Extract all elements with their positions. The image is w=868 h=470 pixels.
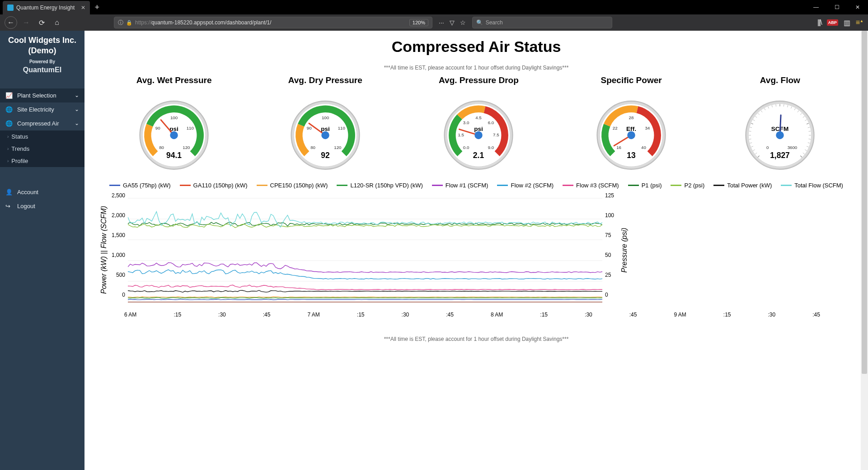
y-tick: 0 — [605, 292, 619, 298]
scrollbar[interactable] — [861, 31, 868, 470]
shield-icon[interactable]: ▽ — [450, 19, 455, 26]
sidebar-subitem-trends[interactable]: ›Trends — [0, 143, 84, 155]
timezone-note-bottom: ***All time is EST, please account for 1… — [98, 336, 854, 342]
zoom-badge[interactable]: 120% — [409, 19, 428, 26]
y-tick: 75 — [605, 232, 619, 238]
hamburger-menu-icon[interactable]: ≡▲ — [856, 19, 863, 27]
legend-item[interactable]: Flow #1 (SCFM) — [432, 182, 488, 189]
y-tick: 2,500 — [112, 192, 125, 199]
favicon-icon — [7, 5, 14, 11]
browser-tab[interactable]: Quantum Energy Insight ✕ — [3, 1, 90, 14]
x-tick: :15 — [357, 312, 365, 318]
brand-line2: (Demo) — [3, 46, 82, 56]
nav-home-button[interactable]: ⌂ — [51, 16, 63, 29]
nav-forward-button[interactable]: → — [20, 16, 33, 29]
legend-label: GA55 (75hp) (kW) — [123, 182, 170, 189]
user-icon: 👤 — [5, 189, 14, 195]
sidebar-item-label: Site Electricity — [17, 106, 54, 113]
svg-text:0.0: 0.0 — [463, 145, 469, 150]
legend-item[interactable]: P2 (psi) — [671, 182, 704, 189]
sidebar-item-compressed-air[interactable]: 🌐 Compressed Air ⌄ — [0, 116, 84, 130]
svg-point-9 — [170, 131, 178, 139]
sidebar-item-label: Logout — [17, 203, 35, 209]
gauge-avg-flow: Avg. Flow 03600 SCFM 1,827 — [744, 75, 816, 170]
gauge-avg-pressure-drop: Avg. Pressure Drop 0.01.53.04.56.07.59.0… — [439, 75, 519, 170]
url-protocol: https:// — [135, 19, 151, 26]
x-tick: :30 — [585, 312, 592, 318]
library-icon[interactable]: |||\ — [817, 19, 821, 27]
timezone-note: ***All time is EST, please account for 1… — [98, 65, 854, 71]
legend-item[interactable]: Flow #3 (SCFM) — [563, 182, 619, 189]
legend-item[interactable]: Flow #2 (SCFM) — [497, 182, 554, 189]
gauge-avg-wet-pressure: Avg. Wet Pressure 8090100110120 psi 94.1 — [136, 75, 212, 170]
legend-item[interactable]: Total Power (kW) — [713, 182, 772, 189]
svg-text:120: 120 — [334, 145, 342, 150]
sidebar-subitem-profile[interactable]: ›Profile — [0, 155, 84, 167]
chevron-right-icon: › — [7, 158, 9, 163]
site-info-icon[interactable]: ⓘ — [118, 19, 123, 27]
sidebar-toggle-icon[interactable]: ▥ — [844, 19, 850, 27]
logout-icon: ↪ — [5, 203, 14, 209]
brand-powered-by: Powered By — [3, 59, 82, 64]
trend-chart: Power (kW) || Flow (SCFM) 2,5002,0001,50… — [98, 191, 854, 309]
legend-label: P2 (psi) — [684, 182, 704, 189]
search-bar[interactable]: 🔍 Search — [472, 17, 612, 28]
url-text: quantum-185220.appspot.com/dashboard/pla… — [151, 19, 272, 26]
legend-swatch-icon — [713, 185, 724, 186]
new-tab-button[interactable]: + — [94, 3, 99, 12]
svg-text:28: 28 — [629, 115, 634, 120]
svg-text:94.1: 94.1 — [166, 151, 182, 160]
window-close-button[interactable]: ✕ — [847, 0, 868, 14]
window-minimize-button[interactable]: — — [806, 0, 826, 14]
close-tab-icon[interactable]: ✕ — [81, 5, 85, 11]
legend-label: Total Power (kW) — [727, 182, 772, 189]
svg-text:110: 110 — [187, 126, 194, 130]
x-tick: :15 — [723, 312, 731, 318]
legend-item[interactable]: P1 (psi) — [628, 182, 662, 189]
legend-item[interactable]: Total Flow (SCFM) — [781, 182, 843, 189]
svg-text:120: 120 — [183, 145, 190, 150]
sidebar-item-logout[interactable]: ↪ Logout — [0, 199, 84, 213]
svg-text:3.0: 3.0 — [463, 120, 469, 125]
nav-reload-button[interactable]: ⟳ — [35, 16, 48, 29]
legend-item[interactable]: CPE150 (150hp) (kW) — [257, 182, 328, 189]
bookmark-star-icon[interactable]: ☆ — [460, 19, 466, 26]
sidebar-subitem-status[interactable]: ›Status — [0, 130, 84, 143]
brand-block: Cool Widgets Inc. (Demo) Powered By Quan… — [0, 31, 84, 80]
page-title: Compressed Air Status — [98, 38, 854, 56]
gauge-title: Avg. Dry Pressure — [288, 75, 362, 85]
sidebar-item-site-electricity[interactable]: 🌐 Site Electricity ⌄ — [0, 102, 84, 116]
url-bar[interactable]: ⓘ 🔒 https:// quantum-185220.appspot.com/… — [114, 17, 432, 28]
nav-back-button[interactable]: ← — [5, 16, 17, 29]
svg-text:6.0: 6.0 — [488, 120, 494, 125]
legend-item[interactable]: GA110 (150hp) (kW) — [180, 182, 248, 189]
svg-text:16: 16 — [616, 145, 621, 150]
legend-label: Flow #1 (SCFM) — [446, 182, 488, 189]
chevron-down-icon: ⌄ — [75, 92, 79, 98]
more-actions-icon[interactable]: ··· — [439, 19, 444, 26]
svg-text:1.5: 1.5 — [458, 132, 464, 137]
legend-label: CPE150 (150hp) (kW) — [270, 182, 328, 189]
svg-text:psi: psi — [321, 126, 330, 132]
x-tick: :45 — [629, 312, 637, 318]
svg-text:2.1: 2.1 — [473, 151, 484, 160]
sidebar-subitem-label: Profile — [11, 158, 28, 164]
svg-text:1,827: 1,827 — [770, 151, 790, 160]
sidebar-item-account[interactable]: 👤 Account — [0, 185, 84, 199]
legend-label: Flow #2 (SCFM) — [511, 182, 554, 189]
scrollbar-thumb[interactable] — [862, 31, 867, 374]
x-tick: :30 — [402, 312, 409, 318]
svg-text:4.5: 4.5 — [476, 115, 482, 120]
window-maximize-button[interactable]: ☐ — [826, 0, 847, 14]
legend-item[interactable]: L120-SR (150hp VFD) (kW) — [337, 182, 422, 189]
y-axis-right-label: Pressure (psi) — [619, 191, 630, 309]
svg-text:13: 13 — [627, 151, 636, 160]
gauge-title: Specific Power — [601, 75, 662, 85]
chart-plot-area[interactable] — [128, 191, 602, 309]
legend-item[interactable]: GA55 (75hp) (kW) — [109, 182, 170, 189]
x-tick: :45 — [812, 312, 820, 318]
adblock-icon[interactable]: ABP — [827, 19, 838, 26]
y-tick: 2,000 — [112, 212, 125, 219]
sidebar-item-plant-selection[interactable]: 📈 Plant Selection ⌄ — [0, 88, 84, 102]
svg-text:22: 22 — [613, 126, 618, 130]
